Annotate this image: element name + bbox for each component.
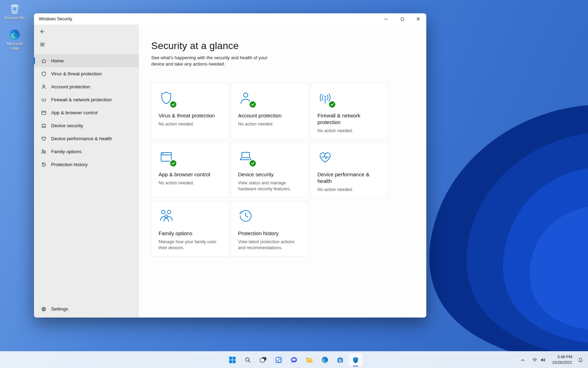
heart-icon xyxy=(41,136,47,142)
card-title: App & browser control xyxy=(159,171,222,178)
desktop-icon-label: Recycle Bin xyxy=(5,16,25,20)
sidebar-item-label: Device security xyxy=(51,123,83,128)
status-ok-badge xyxy=(170,101,176,108)
chat-icon xyxy=(290,356,298,364)
check-icon xyxy=(330,102,334,107)
card-title: Account protection xyxy=(238,113,301,119)
back-arrow-icon xyxy=(40,29,45,34)
microsoft-store-icon xyxy=(336,356,344,364)
windows-security-shield-icon xyxy=(352,356,359,364)
card-description: No action needed. xyxy=(317,187,381,193)
desktop-icon-label: Microsoft Edge xyxy=(2,42,27,51)
card-family-options[interactable]: Family options Manage how your family us… xyxy=(151,201,229,257)
maximize-button[interactable] xyxy=(394,13,410,25)
desktop-icon-microsoft-edge[interactable]: Microsoft Edge xyxy=(1,29,28,51)
task-view-button[interactable] xyxy=(256,353,270,367)
sidebar-item-settings[interactable]: Settings xyxy=(34,302,139,315)
card-protection-history[interactable]: Protection history View latest protectio… xyxy=(231,201,309,257)
network-icon xyxy=(41,97,47,103)
card-app-browser-control[interactable]: App & browser control No action needed. xyxy=(151,142,229,198)
check-icon xyxy=(171,102,175,107)
file-explorer-button[interactable] xyxy=(302,353,316,367)
sidebar-item-firewall-network-protection[interactable]: Firewall & network protection xyxy=(34,93,139,106)
card-account-protection[interactable]: Account protection No action needed. xyxy=(231,83,309,139)
start-button[interactable] xyxy=(225,353,239,367)
chat-button[interactable] xyxy=(287,353,301,367)
family-icon xyxy=(41,149,47,155)
laptop-icon xyxy=(41,123,47,129)
menu-button[interactable] xyxy=(37,40,48,49)
sidebar-item-virus-threat-protection[interactable]: Virus & threat protection xyxy=(34,67,139,80)
windows-security-taskbar-button[interactable] xyxy=(349,353,363,367)
card-device-performance-health[interactable]: Device performance & health No action ne… xyxy=(310,142,388,198)
clock[interactable]: 3:48 PM 10/26/2021 xyxy=(551,354,573,366)
notification-bell-icon xyxy=(578,357,583,363)
chevron-up-icon xyxy=(520,358,525,362)
notifications-button[interactable] xyxy=(576,356,584,364)
hidden-icons-button[interactable] xyxy=(519,356,526,364)
search-icon xyxy=(244,356,251,363)
maximize-icon xyxy=(401,18,404,21)
windows-security-window: Windows Security xyxy=(34,13,426,318)
person-icon xyxy=(41,84,47,90)
minimize-button[interactable] xyxy=(378,13,394,25)
tray-time: 3:48 PM xyxy=(552,354,572,360)
card-device-security[interactable]: Device security View status and manage h… xyxy=(231,142,309,198)
status-ok-badge xyxy=(250,101,256,108)
sidebar-item-label: Virus & threat protection xyxy=(51,71,102,76)
edge-button[interactable] xyxy=(318,353,332,367)
close-icon xyxy=(416,17,420,21)
sidebar-item-label: Protection history xyxy=(51,162,88,167)
sidebar-item-label: Home xyxy=(51,58,64,63)
sidebar-item-protection-history[interactable]: Protection history xyxy=(34,158,139,171)
screen: Recycle Bin Microsoft Edge Windows Secur… xyxy=(0,0,588,368)
card-virus-threat-protection[interactable]: Virus & threat protection No action need… xyxy=(151,83,229,139)
microsoft-store-button[interactable] xyxy=(333,353,347,367)
window-title: Windows Security xyxy=(34,16,72,21)
edge-icon xyxy=(9,29,21,41)
back-button[interactable] xyxy=(37,27,48,36)
search-button[interactable] xyxy=(241,353,255,367)
sidebar-settings-area: Settings xyxy=(34,302,139,315)
heart-pulse-icon xyxy=(317,149,333,165)
check-icon xyxy=(251,161,255,165)
card-title: Device security xyxy=(238,171,301,178)
status-ok-badge xyxy=(250,160,256,166)
recycle-bin-icon xyxy=(9,3,21,15)
titlebar[interactable]: Windows Security xyxy=(34,13,426,25)
sidebar-item-family-options[interactable]: Family options xyxy=(34,145,139,158)
card-description: No action needed. xyxy=(159,180,222,186)
check-icon xyxy=(171,161,175,165)
taskbar: 3:48 PM 10/26/2021 xyxy=(0,351,588,368)
system-tray: 3:48 PM 10/26/2021 xyxy=(519,352,584,368)
card-description: No action needed. xyxy=(238,121,301,128)
shield-icon xyxy=(41,71,47,77)
desktop-icon-recycle-bin[interactable]: Recycle Bin xyxy=(1,3,28,20)
sidebar: Home Virus & threat protection Account p… xyxy=(34,25,139,318)
taskbar-center-buttons xyxy=(225,353,363,367)
widgets-button[interactable] xyxy=(272,353,286,367)
network-volume-button[interactable] xyxy=(530,356,548,364)
card-description: Manage how your family uses their device… xyxy=(159,239,222,251)
sidebar-item-label: Firewall & network protection xyxy=(51,97,112,102)
sidebar-nav: Home Virus & threat protection Account p… xyxy=(34,54,139,171)
sidebar-item-account-protection[interactable]: Account protection xyxy=(34,80,139,93)
desktop-icons: Recycle Bin Microsoft Edge xyxy=(1,3,28,51)
card-firewall-network-protection[interactable]: Firewall & network protection No action … xyxy=(310,83,388,139)
security-cards-grid: Virus & threat protection No action need… xyxy=(151,83,426,257)
gear-icon xyxy=(41,306,47,312)
card-title: Device performance & health xyxy=(317,171,381,185)
sidebar-item-app-browser-control[interactable]: App & browser control xyxy=(34,106,139,119)
sidebar-item-home[interactable]: Home xyxy=(34,54,139,67)
edge-icon xyxy=(321,356,329,364)
hamburger-icon xyxy=(40,42,45,47)
card-title: Virus & threat protection xyxy=(159,113,222,119)
sidebar-item-device-performance-health[interactable]: Device performance & health xyxy=(34,132,139,145)
wifi-icon xyxy=(532,357,538,363)
sidebar-item-device-security[interactable]: Device security xyxy=(34,119,139,132)
close-button[interactable] xyxy=(410,13,426,25)
status-ok-badge xyxy=(170,160,176,166)
file-explorer-icon xyxy=(306,356,313,364)
family-icon xyxy=(159,208,174,224)
sidebar-item-label: Device performance & health xyxy=(51,136,112,141)
